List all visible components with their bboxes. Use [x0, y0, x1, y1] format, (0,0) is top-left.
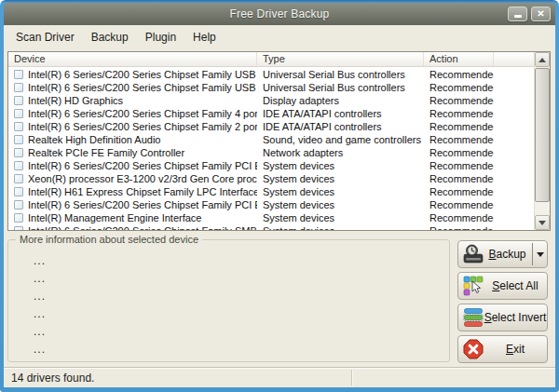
list-scrollbar[interactable]: [534, 52, 550, 230]
cell-action: Recommended: [424, 198, 494, 211]
cell-device: Intel(R) Management Engine Interface: [28, 211, 202, 224]
menu-item-help[interactable]: Help: [184, 27, 225, 47]
window-controls: ✕: [508, 7, 551, 21]
app-window: Free Driver Backup ✕ Scan DriverBackupPl…: [0, 0, 559, 392]
table-row[interactable]: Intel(R) HD GraphicsDisplay adaptersReco…: [8, 94, 534, 107]
cell-type: System devices: [257, 172, 424, 185]
select-invert-button-label: Select Invert: [484, 311, 547, 324]
info-panel: More information about selected device .…: [7, 239, 450, 362]
cell-type: Sound, video and game controllers: [257, 133, 424, 146]
status-bar: 14 drivers found.: [4, 367, 555, 387]
info-line: ...: [34, 270, 449, 288]
column-header-type[interactable]: Type: [257, 52, 424, 66]
arrow-down-icon: [539, 221, 546, 225]
cell-action: Recommended: [424, 146, 494, 159]
split-divider: [532, 243, 533, 265]
table-row[interactable]: Intel(R) 6 Series/C200 Series Chipset Fa…: [8, 224, 534, 230]
cell-action: Recommended: [424, 172, 494, 185]
info-line: ...: [34, 252, 449, 270]
cell-type: Universal Serial Bus controllers: [257, 68, 424, 81]
title-bar[interactable]: Free Driver Backup ✕: [4, 3, 555, 25]
row-checkbox[interactable]: [14, 96, 23, 105]
close-button[interactable]: ✕: [531, 7, 551, 21]
menu-item-backup[interactable]: Backup: [83, 27, 137, 47]
table-row[interactable]: Intel(R) Management Engine InterfaceSyst…: [8, 211, 534, 224]
select-all-icon: [463, 276, 484, 296]
table-row[interactable]: Intel(R) 6 Series/C200 Series Chipset Fa…: [8, 107, 534, 120]
cell-type: IDE ATA/ATAPI controllers: [257, 120, 424, 133]
row-checkbox[interactable]: [14, 187, 23, 196]
cell-device: Intel(R) 6 Series/C200 Series Chipset Fa…: [28, 68, 257, 81]
column-header-action[interactable]: Action: [424, 52, 494, 66]
table-row[interactable]: Realtek High Definition AudioSound, vide…: [8, 133, 534, 146]
cell-action: Recommended: [424, 81, 494, 94]
select-all-button[interactable]: Select All: [457, 272, 548, 300]
backup-dropdown[interactable]: [534, 252, 547, 257]
table-row[interactable]: Intel(R) 6 Series/C200 Series Chipset Fa…: [8, 120, 534, 133]
menu-item-scan-driver[interactable]: Scan Driver: [7, 27, 83, 47]
info-line: ...: [34, 305, 449, 323]
row-checkbox[interactable]: [14, 148, 23, 157]
info-line: ...: [34, 323, 449, 341]
cell-type: System devices: [257, 185, 424, 198]
cell-type: System devices: [257, 198, 424, 211]
cell-device: Intel(R) 6 Series/C200 Series Chipset Fa…: [28, 120, 257, 133]
table-row[interactable]: Intel(R) H61 Express Chipset Family LPC …: [8, 185, 534, 198]
cell-action: Recommended: [424, 224, 494, 230]
row-checkbox[interactable]: [14, 174, 23, 183]
backup-drive-history-icon: [463, 244, 484, 264]
client-area: Scan DriverBackupPluginHelp DeviceTypeAc…: [4, 25, 555, 387]
row-checkbox[interactable]: [14, 135, 23, 144]
chevron-down-icon: [537, 252, 544, 257]
cell-type: System devices: [257, 159, 424, 172]
backup-button-label: Backup: [484, 248, 531, 261]
row-checkbox[interactable]: [14, 122, 23, 131]
exit-button-label: Exit: [484, 343, 547, 356]
minimize-button[interactable]: [508, 7, 527, 21]
cell-action: Recommended: [424, 159, 494, 172]
cell-action: Recommended: [424, 211, 494, 224]
table-row[interactable]: Xeon(R) processor E3-1200 v2/3rd Gen Cor…: [8, 172, 534, 185]
row-checkbox[interactable]: [14, 226, 23, 230]
cell-action: Recommended: [424, 120, 494, 133]
menu-bar: Scan DriverBackupPluginHelp: [4, 25, 555, 49]
cell-type: Network adapters: [257, 146, 424, 159]
cell-action: Recommended: [424, 133, 494, 146]
cell-device: Intel(R) 6 Series/C200 Series Chipset Fa…: [28, 159, 257, 172]
table-row[interactable]: Realtek PCIe FE Family ControllerNetwork…: [8, 146, 534, 159]
cell-device: Intel(R) H61 Express Chipset Family LPC …: [28, 185, 257, 198]
backup-button[interactable]: Backup: [457, 240, 548, 268]
cell-type: Display adapters: [257, 94, 424, 107]
row-checkbox[interactable]: [14, 213, 23, 223]
status-text: 14 drivers found.: [4, 372, 94, 385]
cell-device: Intel(R) 6 Series/C200 Series Chipset Fa…: [28, 198, 257, 211]
row-checkbox[interactable]: [14, 83, 23, 92]
table-row[interactable]: Intel(R) 6 Series/C200 Series Chipset Fa…: [8, 198, 534, 211]
scrollbar-thumb[interactable]: [535, 68, 550, 202]
table-row[interactable]: Intel(R) 6 Series/C200 Series Chipset Fa…: [8, 159, 534, 172]
column-header-device[interactable]: Device: [8, 52, 257, 66]
select-invert-button[interactable]: Select Invert: [457, 304, 548, 331]
row-checkbox[interactable]: [14, 161, 23, 170]
cell-device: Intel(R) 6 Series/C200 Series Chipset Fa…: [28, 107, 257, 120]
table-row[interactable]: Intel(R) 6 Series/C200 Series Chipset Fa…: [8, 81, 534, 94]
info-panel-title: More information about selected device: [16, 234, 202, 245]
menu-item-plugin[interactable]: Plugin: [137, 27, 184, 47]
cell-type: Universal Serial Bus controllers: [257, 81, 424, 94]
scroll-up-button[interactable]: [535, 52, 550, 67]
info-line: ...: [34, 341, 449, 358]
row-checkbox[interactable]: [14, 70, 23, 79]
select-invert-icon: [463, 307, 484, 328]
cell-action: Recommended: [424, 94, 494, 107]
row-checkbox[interactable]: [14, 200, 23, 210]
table-row[interactable]: Intel(R) 6 Series/C200 Series Chipset Fa…: [8, 68, 534, 81]
status-divider: [351, 370, 352, 385]
select-all-button-label: Select All: [484, 279, 547, 292]
exit-button[interactable]: Exit: [457, 335, 548, 363]
driver-list: DeviceTypeAction Intel(R) 6 Series/C200 …: [7, 51, 551, 231]
cell-type: IDE ATA/ATAPI controllers: [257, 107, 424, 120]
cell-action: Recommended: [424, 68, 494, 81]
cell-action: Recommended: [424, 185, 494, 198]
row-checkbox[interactable]: [14, 109, 23, 118]
scroll-down-button[interactable]: [535, 215, 550, 230]
